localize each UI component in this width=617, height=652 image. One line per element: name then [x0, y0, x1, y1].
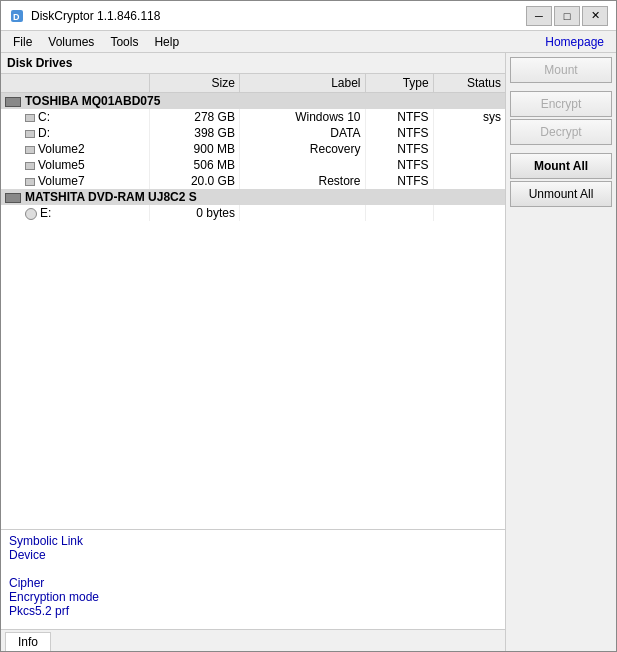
left-panel: Disk Drives Size Label Type Status	[1, 53, 506, 651]
volume-type-cell: NTFS	[365, 125, 433, 141]
cipher-row: Cipher	[9, 576, 497, 590]
volume-type-cell: NTFS	[365, 173, 433, 189]
partition-icon	[25, 178, 35, 186]
partition-icon	[25, 130, 35, 138]
btn-separator-1	[510, 85, 612, 89]
homepage-link[interactable]: Homepage	[537, 33, 612, 51]
app-icon: D	[9, 8, 25, 24]
symbolic-link-row: Symbolic Link	[9, 534, 497, 548]
drive-group-cell: TOSHIBA MQ01ABD075	[1, 93, 505, 110]
table-row[interactable]: Volume720.0 GBRestoreNTFS	[1, 173, 505, 189]
encryption-mode-label: Encryption mode	[9, 590, 99, 604]
table-row[interactable]: C:278 GBWindows 10NTFSsys	[1, 109, 505, 125]
menu-file[interactable]: File	[5, 33, 40, 51]
volume-label-cell: Recovery	[239, 141, 365, 157]
volume-size-cell: 900 MB	[150, 141, 240, 157]
symbolic-link-label: Symbolic Link	[9, 534, 83, 548]
volume-name-cell: Volume7	[1, 173, 150, 189]
minimize-button[interactable]: ─	[526, 6, 552, 26]
volume-status-cell	[433, 173, 505, 189]
volume-type-cell	[365, 205, 433, 221]
mount-button[interactable]: Mount	[510, 57, 612, 83]
volume-status-cell	[433, 125, 505, 141]
volume-type-cell: NTFS	[365, 109, 433, 125]
device-row: Device	[9, 548, 497, 562]
col-size: Size	[150, 74, 240, 93]
col-status: Status	[433, 74, 505, 93]
title-text: DiskCryptor 1.1.846.118	[31, 9, 160, 23]
col-type: Type	[365, 74, 433, 93]
volume-size-cell: 398 GB	[150, 125, 240, 141]
main-window: D DiskCryptor 1.1.846.118 ─ □ ✕ File Vol…	[0, 0, 617, 652]
menubar: File Volumes Tools Help Homepage	[1, 31, 616, 53]
table-row[interactable]: TOSHIBA MQ01ABD075	[1, 93, 505, 110]
volume-name-cell: Volume5	[1, 157, 150, 173]
pkcs-row: Pkcs5.2 prf	[9, 604, 497, 618]
svg-text:D: D	[13, 12, 20, 22]
encryption-mode-row: Encryption mode	[9, 590, 497, 604]
volume-status-cell	[433, 205, 505, 221]
menubar-left: File Volumes Tools Help	[5, 33, 187, 51]
volume-name-cell: E:	[1, 205, 150, 221]
disk-drives-header: Disk Drives	[1, 53, 505, 74]
close-button[interactable]: ✕	[582, 6, 608, 26]
volume-label-cell: DATA	[239, 125, 365, 141]
btn-separator-2	[510, 147, 612, 151]
col-label: Label	[239, 74, 365, 93]
mount-all-button[interactable]: Mount All	[510, 153, 612, 179]
col-name	[1, 74, 150, 93]
volume-size-cell: 278 GB	[150, 109, 240, 125]
table-area[interactable]: Size Label Type Status TOSHIBA MQ01ABD07…	[1, 74, 505, 529]
partition-icon	[25, 146, 35, 154]
right-panel: Mount Encrypt Decrypt Mount All Unmount …	[506, 53, 616, 651]
menu-volumes[interactable]: Volumes	[40, 33, 102, 51]
maximize-button[interactable]: □	[554, 6, 580, 26]
main-area: Disk Drives Size Label Type Status	[1, 53, 616, 651]
disk-icon	[5, 193, 21, 203]
volume-name-cell: D:	[1, 125, 150, 141]
partition-icon	[25, 114, 35, 122]
info-panel: Symbolic Link Device Cipher Encryption m…	[1, 529, 505, 629]
volume-size-cell: 20.0 GB	[150, 173, 240, 189]
device-label: Device	[9, 548, 46, 562]
volume-type-cell: NTFS	[365, 157, 433, 173]
volume-name-cell: C:	[1, 109, 150, 125]
volume-status-cell	[433, 141, 505, 157]
volume-label-cell	[239, 205, 365, 221]
cd-icon	[25, 208, 37, 220]
drives-table: Size Label Type Status TOSHIBA MQ01ABD07…	[1, 74, 505, 221]
decrypt-button[interactable]: Decrypt	[510, 119, 612, 145]
menu-tools[interactable]: Tools	[102, 33, 146, 51]
table-row[interactable]: E:0 bytes	[1, 205, 505, 221]
title-bar-left: D DiskCryptor 1.1.846.118	[9, 8, 160, 24]
volume-status-cell: sys	[433, 109, 505, 125]
encrypt-button[interactable]: Encrypt	[510, 91, 612, 117]
table-header-row: Size Label Type Status	[1, 74, 505, 93]
info-tab[interactable]: Info	[5, 632, 51, 651]
volume-label-cell: Windows 10	[239, 109, 365, 125]
table-row[interactable]: Volume2900 MBRecoveryNTFS	[1, 141, 505, 157]
partition-icon	[25, 162, 35, 170]
volume-size-cell: 506 MB	[150, 157, 240, 173]
unmount-all-button[interactable]: Unmount All	[510, 181, 612, 207]
volume-label-cell	[239, 157, 365, 173]
table-row[interactable]: D:398 GBDATANTFS	[1, 125, 505, 141]
volume-size-cell: 0 bytes	[150, 205, 240, 221]
tab-bar: Info	[1, 629, 505, 651]
drive-group-cell: MATSHITA DVD-RAM UJ8C2 S	[1, 189, 505, 205]
menu-help[interactable]: Help	[146, 33, 187, 51]
disk-icon	[5, 97, 21, 107]
drives-tbody: TOSHIBA MQ01ABD075C:278 GBWindows 10NTFS…	[1, 93, 505, 222]
table-row[interactable]: Volume5506 MBNTFS	[1, 157, 505, 173]
volume-label-cell: Restore	[239, 173, 365, 189]
table-row[interactable]: MATSHITA DVD-RAM UJ8C2 S	[1, 189, 505, 205]
volume-type-cell: NTFS	[365, 141, 433, 157]
title-bar: D DiskCryptor 1.1.846.118 ─ □ ✕	[1, 1, 616, 31]
cipher-label: Cipher	[9, 576, 44, 590]
pkcs-label: Pkcs5.2 prf	[9, 604, 69, 618]
title-controls: ─ □ ✕	[526, 6, 608, 26]
volume-name-cell: Volume2	[1, 141, 150, 157]
volume-status-cell	[433, 157, 505, 173]
